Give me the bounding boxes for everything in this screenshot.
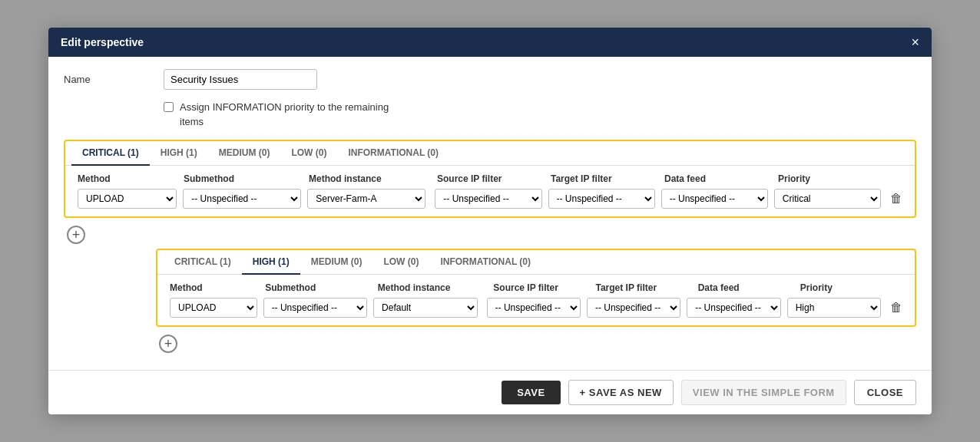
section2-header-priority: Priority	[800, 282, 896, 293]
section1-tabs-bar: CRITICAL (1) HIGH (1) MEDIUM (0) LOW (0)…	[65, 141, 915, 166]
close-button[interactable]: CLOSE	[854, 380, 916, 405]
name-input[interactable]	[164, 69, 317, 90]
view-simple-form-button[interactable]: VIEW IN THE SIMPLE FORM	[681, 380, 846, 405]
modal-body: Name Assign INFORMATION priority to the …	[48, 57, 932, 369]
section2-data-feed-select[interactable]: -- Unspecified --	[687, 298, 780, 318]
section2-tab-informational[interactable]: INFORMATIONAL (0)	[429, 250, 541, 275]
header-method: Method	[78, 173, 177, 184]
section1-tab-informational[interactable]: INFORMATIONAL (0)	[337, 141, 449, 166]
header-priority: Priority	[778, 173, 886, 184]
section2-header-source-ip: Source IP filter	[493, 282, 589, 293]
section1-perspective: CRITICAL (1) HIGH (1) MEDIUM (0) LOW (0)…	[64, 140, 916, 218]
section2-tab-critical[interactable]: CRITICAL (1)	[164, 250, 242, 275]
section2-method-select[interactable]: UPLOAD	[170, 298, 257, 318]
section1-tab-critical[interactable]: CRITICAL (1)	[71, 141, 150, 166]
section2-perspective: CRITICAL (1) HIGH (1) MEDIUM (0) LOW (0)…	[156, 249, 916, 327]
modal-close-button[interactable]: ×	[911, 35, 919, 49]
section1-table-header: Method Submethod Method instance Source …	[74, 173, 906, 184]
section1-delete-button[interactable]: 🗑	[887, 192, 906, 206]
section1-tab-content: Method Submethod Method instance Source …	[65, 166, 915, 216]
section2-tabs-bar: CRITICAL (1) HIGH (1) MEDIUM (0) LOW (0)…	[157, 250, 915, 275]
section2-delete-button[interactable]: 🗑	[887, 301, 906, 315]
name-label: Name	[64, 74, 164, 85]
section1-add-button[interactable]: +	[67, 226, 85, 244]
section1-priority-select[interactable]: Critical	[774, 189, 881, 209]
edit-perspective-modal: Edit perspective × Name Assign INFORMATI…	[48, 28, 932, 414]
section2-instance-select[interactable]: Default	[373, 298, 477, 318]
checkbox-row: Assign INFORMATION priority to the remai…	[64, 101, 916, 128]
assign-info-priority-checkbox[interactable]	[164, 102, 174, 112]
section2-data-row: UPLOAD -- Unspecified -- Default	[167, 298, 906, 318]
modal-title: Edit perspective	[61, 36, 144, 48]
section2-tab-high[interactable]: HIGH (1)	[242, 250, 300, 275]
section1-target-ip-select[interactable]: -- Unspecified --	[548, 189, 655, 209]
section1-tab-low[interactable]: LOW (0)	[280, 141, 337, 166]
save-button[interactable]: SAVE	[502, 381, 560, 404]
section1-data-row: UPLOAD -- Unspecified -- Server-Farm-A	[74, 189, 906, 209]
modal-overlay: Edit perspective × Name Assign INFORMATI…	[0, 0, 980, 442]
header-submethod: Submethod	[184, 173, 303, 184]
section2-header-data-feed: Data feed	[698, 282, 794, 293]
modal-header: Edit perspective ×	[48, 28, 932, 57]
section2-table-header: Method Submethod Method instance Source …	[167, 282, 906, 293]
section2-wrapper: CRITICAL (1) HIGH (1) MEDIUM (0) LOW (0)…	[156, 249, 916, 353]
section2-tab-medium[interactable]: MEDIUM (0)	[300, 250, 373, 275]
section1-data-feed-select[interactable]: -- Unspecified --	[661, 189, 768, 209]
header-target-ip: Target IP filter	[551, 173, 658, 184]
section2-target-ip-select[interactable]: -- Unspecified --	[587, 298, 680, 318]
section2-submethod-select[interactable]: -- Unspecified --	[263, 298, 367, 318]
section2-add-button[interactable]: +	[159, 335, 177, 353]
section1-method-select[interactable]: UPLOAD	[78, 189, 177, 209]
section1-source-ip-select[interactable]: -- Unspecified --	[435, 189, 541, 209]
header-data-feed: Data feed	[664, 173, 772, 184]
section2-tab-low[interactable]: LOW (0)	[372, 250, 429, 275]
checkbox-label: Assign INFORMATION priority to the remai…	[180, 101, 395, 128]
section2-priority-select[interactable]: High	[787, 298, 881, 318]
section1-tab-medium[interactable]: MEDIUM (0)	[208, 141, 281, 166]
section2-header-instance: Method instance	[378, 282, 485, 293]
header-source-ip: Source IP filter	[437, 173, 545, 184]
section1-tab-high[interactable]: HIGH (1)	[150, 141, 208, 166]
name-row: Name	[64, 69, 916, 90]
section1-instance-select[interactable]: Server-Farm-A	[307, 189, 425, 209]
section1-submethod-select[interactable]: -- Unspecified --	[183, 189, 301, 209]
section2-header-method: Method	[170, 282, 259, 293]
header-instance: Method instance	[309, 173, 428, 184]
section2-header-submethod: Submethod	[265, 282, 372, 293]
modal-footer: SAVE + SAVE AS NEW VIEW IN THE SIMPLE FO…	[48, 370, 932, 414]
section2-tab-content: Method Submethod Method instance Source …	[157, 275, 915, 325]
section2-header-target-ip: Target IP filter	[596, 282, 692, 293]
section2-source-ip-select[interactable]: -- Unspecified --	[487, 298, 581, 318]
save-as-new-button[interactable]: + SAVE AS NEW	[568, 380, 674, 405]
